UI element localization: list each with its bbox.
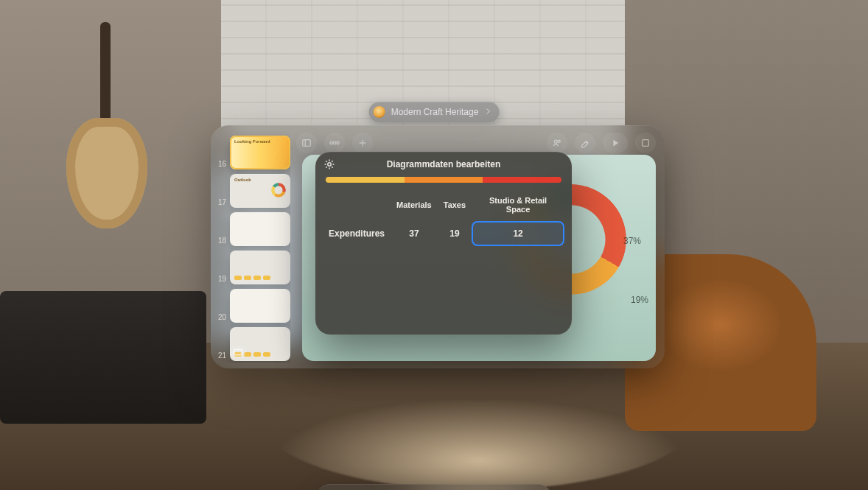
- slide-thumbnail[interactable]: 16Looking Forward: [230, 136, 290, 169]
- svg-rect-6: [643, 140, 649, 147]
- svg-point-1: [333, 141, 336, 144]
- bottom-toolbar: 52 %: [316, 484, 551, 490]
- chart-data-table[interactable]: Materials Taxes Studio & Retail Space Ex…: [323, 189, 564, 246]
- add-content-button[interactable]: [352, 133, 373, 153]
- popover-title: Diagrammdaten bearbeiten: [387, 159, 501, 169]
- svg-point-2: [330, 141, 333, 144]
- slide-mini-title: Looking Forward: [234, 139, 270, 144]
- table-corner: [323, 189, 391, 221]
- slide-thumbnail[interactable]: 17Outlook: [230, 174, 290, 208]
- view-options-button[interactable]: [324, 133, 345, 153]
- data-cell[interactable]: 12: [472, 221, 564, 246]
- slide-thumbnail[interactable]: 18: [230, 212, 290, 246]
- column-header[interactable]: Studio & Retail Space: [472, 189, 564, 221]
- data-cell[interactable]: 37: [391, 221, 438, 246]
- sidebar-toggle-button[interactable]: [296, 133, 317, 153]
- slide-number: 21: [218, 351, 226, 360]
- slide-mini-title: Outlook: [234, 178, 251, 182]
- gear-icon[interactable]: [323, 158, 336, 171]
- svg-point-4: [554, 140, 557, 143]
- slide-thumbnails[interactable]: 16Looking Forward17Outlook18192021: [217, 131, 290, 363]
- play-button[interactable]: [603, 133, 628, 153]
- svg-point-3: [337, 141, 340, 144]
- document-title: Modern Craft Heritage: [391, 107, 479, 117]
- slide-number: 17: [218, 198, 226, 206]
- svg-point-8: [328, 163, 331, 166]
- chevron-right-icon: [484, 107, 491, 117]
- slide-thumbnail[interactable]: 19: [230, 251, 290, 284]
- chart-data-popover: Diagrammdaten bearbeiten Materials Taxes…: [315, 152, 572, 335]
- format-brush-button[interactable]: [575, 133, 595, 153]
- table-row: Expenditures 37 19 12: [323, 221, 564, 246]
- data-cell[interactable]: 19: [438, 221, 472, 246]
- chart-data-label: 19%: [631, 295, 648, 305]
- more-options-button[interactable]: [635, 133, 656, 153]
- series-color-strip: [326, 177, 561, 183]
- slide-number: 20: [218, 313, 226, 321]
- svg-point-5: [558, 140, 560, 142]
- svg-rect-7: [234, 349, 242, 355]
- slide-thumbnail[interactable]: 20: [230, 289, 290, 323]
- chart-data-label: 37%: [623, 236, 641, 246]
- slide-number: 18: [218, 237, 226, 245]
- collaborate-button[interactable]: [547, 133, 567, 153]
- slide-number: 19: [218, 275, 226, 283]
- svg-rect-0: [303, 140, 311, 147]
- document-title-chip[interactable]: Modern Craft Heritage: [369, 102, 500, 122]
- row-header[interactable]: Expenditures: [323, 221, 391, 246]
- column-header[interactable]: Taxes: [438, 189, 472, 221]
- column-header[interactable]: Materials: [391, 189, 438, 221]
- slide-view-toggle[interactable]: [230, 346, 246, 358]
- slide-number: 16: [218, 160, 226, 168]
- document-icon: [374, 106, 385, 118]
